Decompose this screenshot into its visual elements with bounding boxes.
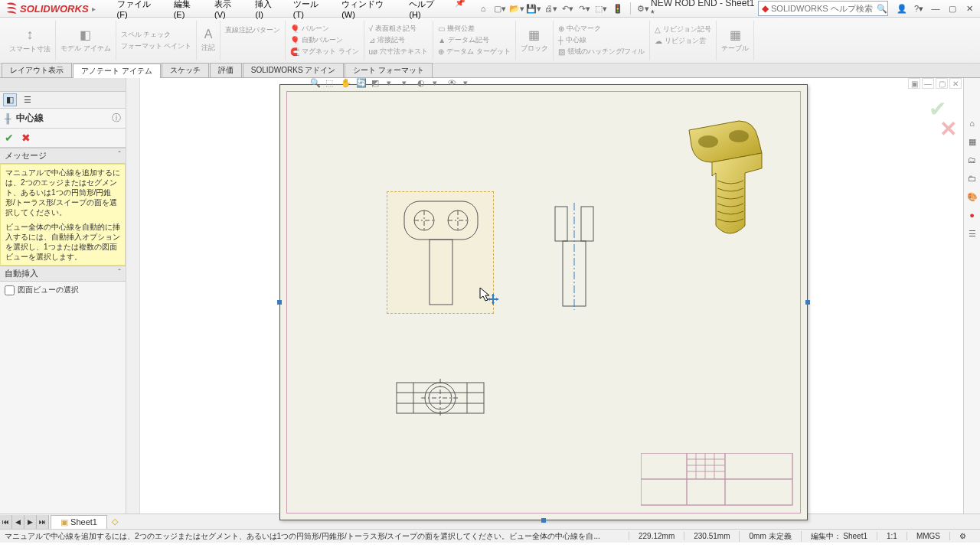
select-icon[interactable]: ⬚▾: [593, 2, 609, 15]
view-hud[interactable]: 🔍⬚✋🔄◩▾▾◐▾👁▾: [310, 78, 475, 89]
mdi-close-icon[interactable]: ✕: [949, 78, 962, 89]
tp-appearances-icon[interactable]: ●: [965, 208, 979, 222]
menu-window[interactable]: ウィンドウ(W): [335, 0, 401, 21]
tab-addins[interactable]: SOLIDWORKS アドイン: [243, 63, 345, 77]
user-icon[interactable]: 👤: [894, 2, 910, 15]
tp-file-explorer-icon[interactable]: 🗀: [965, 171, 979, 185]
rbtn-note[interactable]: A注記: [197, 21, 220, 60]
status-scale[interactable]: 1:1: [877, 532, 906, 540]
cancel-button[interactable]: ✖: [21, 132, 31, 144]
menu-help[interactable]: ヘルプ(H): [403, 0, 451, 21]
pm-tab-feature-icon[interactable]: ◧: [3, 93, 17, 106]
rbtn-weld[interactable]: ⊿溶接記号: [369, 35, 429, 45]
tp-view-palette-icon[interactable]: 🎨: [965, 190, 979, 204]
rbtn-datum-tgt[interactable]: ⊕データム ターゲット: [438, 47, 511, 57]
rbtn-magnet[interactable]: 🧲マグネット ライン: [290, 47, 359, 57]
menu-tools[interactable]: ツール(T): [287, 0, 334, 21]
search-input[interactable]: [771, 4, 877, 13]
mdi-dock-icon[interactable]: ▣: [908, 78, 920, 89]
rbtn-ctr-mark[interactable]: ⊕中心マーク: [558, 24, 645, 34]
mdi-max-icon[interactable]: ▢: [936, 78, 948, 89]
mdi-min-icon[interactable]: —: [922, 78, 934, 89]
minimize-button[interactable]: —: [928, 2, 943, 15]
sheet-first-icon[interactable]: ⏮: [0, 515, 12, 529]
undo-icon[interactable]: ↶▾: [560, 2, 575, 15]
tab-eval[interactable]: 評価: [210, 63, 242, 77]
sheet-tab-1[interactable]: ▣ Sheet1: [51, 515, 107, 529]
graphics-area[interactable]: 🔍⬚✋🔄◩▾▾◐▾👁▾ ▣ — ▢ ✕ ✔ ✕: [126, 78, 980, 514]
rbtn-hatch[interactable]: ▨領域のハッチング/フィル: [558, 47, 645, 57]
menu-edit[interactable]: 編集(E): [168, 0, 207, 21]
drawing-sheet[interactable]: [279, 84, 808, 520]
tp-custom-props-icon[interactable]: ☰: [965, 227, 979, 240]
status-hint: マニュアルで中心線を追加するには、2つのエッジまたはセグメント、あるいは1つの円…: [5, 531, 629, 542]
print-icon[interactable]: 🖨▾: [543, 2, 558, 15]
rbtn-ctr-line[interactable]: ┼中心線: [558, 35, 645, 45]
rbtn-smart-dim[interactable]: ↕スマート寸法: [5, 21, 56, 60]
redo-icon[interactable]: ↷▾: [577, 2, 592, 15]
auto-insert-checkbox[interactable]: [5, 285, 15, 295]
pin-icon[interactable]: 📌: [452, 0, 468, 10]
tab-annotate[interactable]: アノテート アイテム: [73, 64, 161, 78]
rebuild-icon[interactable]: 🚦: [610, 2, 626, 15]
status-units[interactable]: MMGS: [906, 532, 949, 540]
app-logo: SOLIDWORKS ▸: [0, 0, 100, 17]
drawing-view-side[interactable]: [547, 199, 601, 314]
mouse-cursor: [479, 286, 495, 306]
tp-home-icon[interactable]: ⌂: [965, 116, 979, 130]
tab-sketch[interactable]: スケッチ: [162, 63, 209, 77]
rbtn-rev-sym[interactable]: △リビジョン記号: [655, 24, 711, 34]
add-sheet-icon[interactable]: ◇: [107, 515, 122, 528]
maximize-button[interactable]: ▢: [945, 2, 960, 15]
status-editing: 編集中： Sheet1: [801, 531, 877, 542]
tab-sheetfmt[interactable]: シート フォーマット: [345, 63, 433, 77]
rbtn-fmt[interactable]: フォーマット ペイント: [121, 41, 192, 51]
sheet-next-icon[interactable]: ▶: [24, 515, 37, 529]
ok-button[interactable]: ✔: [5, 132, 14, 144]
rbtn-table[interactable]: ▦テーブル: [717, 21, 754, 60]
search-icon[interactable]: 🔍: [877, 4, 887, 14]
rbtn-block[interactable]: ▦ブロック: [516, 21, 554, 60]
rbtn-surf[interactable]: √表面粗さ記号: [369, 24, 429, 34]
rbtn-auto-balloon[interactable]: 🎈自動バルーン: [290, 35, 359, 45]
menu-view[interactable]: 表示(V): [208, 0, 247, 21]
rbtn-rev-cloud[interactable]: ☁リビジョン雲: [655, 36, 711, 46]
rbtn-datum[interactable]: ▲データム記号: [438, 35, 511, 45]
drawing-view-front[interactable]: [387, 191, 494, 314]
qhelp-icon[interactable]: ?▾: [911, 2, 926, 15]
sheet-last-icon[interactable]: ⏭: [37, 515, 49, 529]
new-icon[interactable]: ▢▾: [492, 2, 508, 15]
help-icon[interactable]: ⓘ: [112, 112, 121, 125]
rbtn-hole[interactable]: uø穴寸法テキスト: [369, 47, 429, 57]
open-icon[interactable]: 📂▾: [509, 2, 524, 15]
help-search[interactable]: ◆ 🔍: [758, 1, 888, 16]
tp-resources-icon[interactable]: ▦: [965, 135, 979, 148]
tab-layout[interactable]: レイアウト表示: [2, 63, 72, 77]
status-gear-icon[interactable]: ⚙: [949, 532, 975, 540]
confirm-cancel-icon[interactable]: ✕: [939, 116, 957, 142]
collapse-icon[interactable]: ˆ: [118, 268, 121, 277]
collapse-icon[interactable]: ˆ: [118, 150, 121, 159]
menu-insert[interactable]: 挿入(I): [249, 0, 285, 21]
rbtn-geotol[interactable]: ▭幾何公差: [438, 24, 511, 34]
svg-point-22: [729, 130, 749, 142]
status-x: 229.12mm: [629, 532, 684, 540]
close-button[interactable]: ✕: [962, 2, 977, 15]
drawing-view-iso[interactable]: [647, 107, 777, 245]
options-icon[interactable]: ⚙▾: [635, 2, 651, 15]
rbtn-spell[interactable]: スペル チェック: [121, 30, 192, 40]
pm-auto-header[interactable]: 自動挿入ˆ: [0, 266, 126, 282]
hud-zoom-area-icon: ⬚: [325, 78, 338, 89]
drawing-view-top[interactable]: [390, 375, 490, 421]
rbtn-model-item[interactable]: ◧モデル アイテム: [56, 21, 116, 60]
save-icon[interactable]: 💾▾: [526, 2, 541, 15]
rbtn-lin-note[interactable]: 直線注記パターン: [225, 25, 280, 35]
tp-design-lib-icon[interactable]: 🗂: [965, 153, 979, 167]
pm-tab-property-icon[interactable]: ☰: [21, 94, 34, 106]
menu-file[interactable]: ファイル(F): [111, 0, 166, 21]
command-tabs: レイアウト表示 アノテート アイテム スケッチ 評価 SOLIDWORKS アド…: [0, 64, 980, 78]
home-icon[interactable]: ⌂: [475, 2, 491, 15]
rbtn-balloon[interactable]: 🎈バルーン: [290, 24, 359, 34]
sheet-prev-icon[interactable]: ◀: [12, 515, 24, 529]
pm-message-header[interactable]: メッセージˆ: [0, 148, 126, 164]
